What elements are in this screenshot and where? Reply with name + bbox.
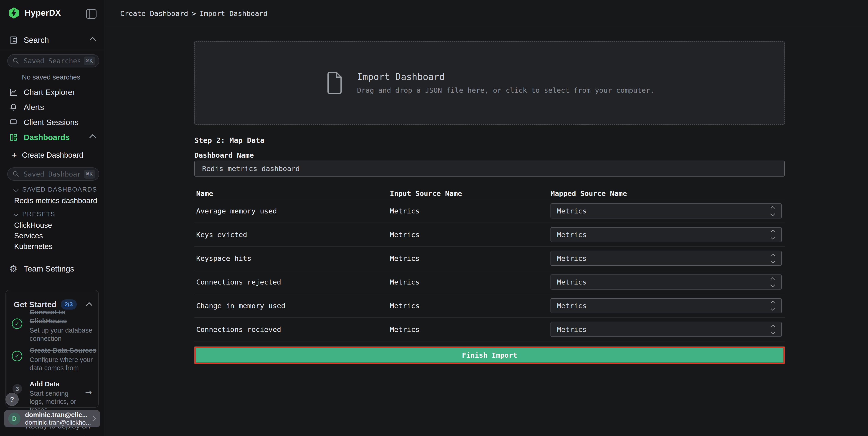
- sidebar-section-search-label: Search: [24, 35, 49, 45]
- select-value: Metrics: [557, 254, 771, 262]
- shortcut-kbd: ⌘K: [84, 170, 95, 179]
- file-icon: [325, 71, 344, 95]
- arrow-right-icon: →: [85, 388, 92, 397]
- cloud-promo-line2: ClickHouse Cloud?: [26, 432, 90, 436]
- finish-import-button[interactable]: Finish Import: [194, 347, 785, 364]
- saved-dashboards-header-label: SAVED DASHBOARDS: [22, 186, 97, 193]
- row-mapped-source-cell: Metrics: [549, 203, 785, 219]
- gear-icon: ⚙: [8, 264, 19, 274]
- import-dropzone[interactable]: Import Dashboard Drag and drop a JSON fi…: [194, 41, 785, 125]
- topbar: Create Dashboard > Import Dashboard: [104, 0, 868, 27]
- breadcrumb: Create Dashboard > Import Dashboard: [120, 9, 268, 18]
- laptop-icon: [8, 118, 19, 127]
- presets-header-label: PRESETS: [22, 210, 55, 218]
- sidebar-item-team-settings[interactable]: ⚙ Team Settings: [0, 263, 104, 274]
- user-name: dominic.tran@clic...: [25, 411, 91, 419]
- search-icon: [12, 57, 20, 65]
- step-desc: Configure where your data comes from: [30, 356, 105, 372]
- step-title: Connect to ClickHouse: [30, 308, 100, 325]
- row-name: Change in memory used: [194, 301, 388, 310]
- mapping-table: Name Input Source Name Mapped Source Nam…: [194, 188, 785, 342]
- row-mapped-source-cell: Metrics: [549, 298, 785, 313]
- select-chevrons-icon: [771, 230, 774, 239]
- saved-searches-input[interactable]: [23, 57, 81, 65]
- user-info: dominic.tran@clic... dominic.tran@clickh…: [25, 411, 91, 426]
- row-mapped-source-cell: Metrics: [549, 227, 785, 242]
- row-mapped-source-cell: Metrics: [549, 251, 785, 266]
- select-value: Metrics: [557, 301, 771, 310]
- sidebar-item-chart-explorer[interactable]: Chart Explorer: [0, 87, 104, 98]
- chevron-up-icon: [89, 134, 96, 141]
- help-button[interactable]: ?: [5, 393, 19, 406]
- saved-dashboards-group-header[interactable]: SAVED DASHBOARDS: [14, 186, 97, 193]
- mapped-source-select[interactable]: Metrics: [551, 274, 782, 290]
- sidebar-item-alerts[interactable]: Alerts: [0, 102, 104, 113]
- select-chevrons-icon: [771, 301, 774, 310]
- sidebar-item-label: Chart Explorer: [24, 88, 75, 97]
- row-name: Keys evicted: [194, 231, 388, 239]
- user-account-chip[interactable]: D dominic.tran@clic... dominic.tran@clic…: [4, 410, 100, 427]
- mapped-source-select[interactable]: Metrics: [551, 227, 782, 242]
- saved-dashboards-input[interactable]: [23, 170, 81, 178]
- breadcrumb-separator: >: [192, 9, 196, 18]
- row-input-source: Metrics: [388, 254, 549, 262]
- divider: [0, 148, 104, 148]
- get-started-step-1[interactable]: Connect to ClickHouse Set up your databa…: [30, 308, 100, 343]
- select-value: Metrics: [557, 325, 771, 333]
- app-title: HyperDX: [25, 8, 61, 18]
- table-row: Connections rejected Metrics Metrics: [194, 270, 785, 294]
- dashboard-name-label: Dashboard Name: [194, 151, 785, 160]
- dashboard-name-input[interactable]: [202, 164, 777, 173]
- row-name: Average memory used: [194, 207, 388, 215]
- sidebar-item-dashboards[interactable]: Dashboards: [0, 132, 104, 143]
- mapped-source-select[interactable]: Metrics: [551, 298, 782, 313]
- app-logo[interactable]: HyperDX: [8, 7, 61, 19]
- select-chevrons-icon: [771, 325, 774, 334]
- row-input-source: Metrics: [388, 207, 549, 215]
- get-started-step-3[interactable]: Add Data Start sending logs, metrics, or…: [30, 379, 84, 414]
- step-title: Create Data Sources: [30, 346, 105, 355]
- saved-dashboard-item[interactable]: Redis metrics dashboard: [14, 196, 97, 205]
- row-name: Connections recieved: [194, 325, 388, 333]
- preset-item-kubernetes[interactable]: Kubernetes: [14, 242, 53, 251]
- dropzone-text: Import Dashboard Drag and drop a JSON fi…: [357, 71, 654, 94]
- sidebar-collapse-icon[interactable]: [86, 9, 96, 19]
- plus-icon: +: [12, 151, 17, 159]
- select-chevrons-icon: [771, 207, 774, 215]
- presets-group-header[interactable]: PRESETS: [14, 210, 55, 218]
- table-row: Connections recieved Metrics Metrics: [194, 318, 785, 342]
- step-number-badge: 3: [12, 384, 22, 394]
- table-row: Keys evicted Metrics Metrics: [194, 223, 785, 247]
- chevron-right-icon: [91, 416, 95, 421]
- breadcrumb-import-dashboard[interactable]: Import Dashboard: [199, 9, 268, 18]
- saved-dashboards-searchbox[interactable]: ⌘K: [7, 168, 99, 181]
- saved-searches-searchbox[interactable]: ⌘K: [7, 54, 99, 67]
- sidebar-item-client-sessions[interactable]: Client Sessions: [0, 117, 104, 128]
- check-circle-icon: ✓: [12, 318, 22, 329]
- dropzone-title: Import Dashboard: [357, 71, 654, 82]
- breadcrumb-create-dashboard[interactable]: Create Dashboard: [120, 9, 188, 18]
- select-chevrons-icon: [771, 254, 774, 263]
- hyperdx-app: HyperDX Search: [0, 0, 868, 436]
- step-heading: Step 2: Map Data: [194, 136, 785, 145]
- dropzone-subtitle: Drag and drop a JSON file here, or click…: [357, 86, 654, 94]
- preset-item-services[interactable]: Services: [14, 231, 43, 240]
- mapped-source-select[interactable]: Metrics: [551, 251, 782, 266]
- mapped-source-select[interactable]: Metrics: [551, 322, 782, 337]
- create-dashboard-button[interactable]: + Create Dashboard: [12, 151, 83, 159]
- step-desc: Set up your database connection: [30, 326, 100, 343]
- shortcut-kbd: ⌘K: [84, 57, 95, 65]
- divider: [0, 51, 104, 51]
- row-name: Connections rejected: [194, 278, 388, 286]
- check-circle-icon: ✓: [12, 351, 22, 361]
- search-panel-icon: [8, 35, 19, 45]
- sidebar-section-search[interactable]: Search: [0, 35, 104, 46]
- column-header-mapped-source: Mapped Source Name: [549, 189, 785, 198]
- row-mapped-source-cell: Metrics: [549, 274, 785, 290]
- row-mapped-source-cell: Metrics: [549, 322, 785, 337]
- mapped-source-select[interactable]: Metrics: [551, 203, 782, 219]
- question-icon: ?: [10, 396, 14, 403]
- get-started-step-2[interactable]: Create Data Sources Configure where your…: [30, 346, 105, 372]
- preset-item-clickhouse[interactable]: ClickHouse: [14, 221, 52, 230]
- dashboard-name-field[interactable]: [194, 161, 785, 177]
